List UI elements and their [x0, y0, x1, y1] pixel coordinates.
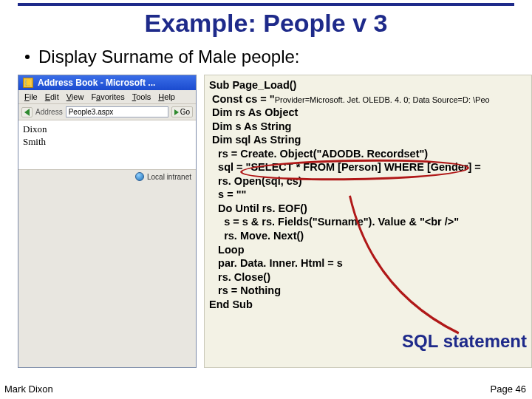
code-l04: Dim s As String — [209, 120, 291, 132]
code-l07: sql = "SELECT * FROM [Person] WHERE [Gen… — [209, 161, 481, 173]
browser-addressbar: Address People3.aspx Go — [18, 104, 196, 120]
bullet-dot-icon — [25, 55, 30, 59]
slide-title: Example: People v 3 — [0, 6, 532, 42]
code-l01: Sub Page_Load() — [209, 79, 296, 91]
footer-page: Page 46 — [491, 383, 526, 395]
menu-file[interactable]: FFileile — [21, 92, 41, 102]
bullet-row: Display Surname of Male people: — [0, 42, 532, 75]
bullet-text: Display Surname of Male people: — [38, 47, 300, 67]
code-l15: rs. Close() — [209, 271, 270, 283]
footer-author: Mark Dixon — [4, 383, 53, 395]
code-l09: s = "" — [209, 188, 246, 200]
code-l03: Dim rs As Object — [209, 106, 298, 118]
code-l13: Loop — [209, 244, 245, 256]
browser-menubar: FFileile Edit View Favorites Tools Help — [18, 90, 196, 104]
code-l16: rs = Nothing — [209, 284, 281, 296]
go-label: Go — [180, 108, 190, 116]
menu-view[interactable]: View — [64, 92, 87, 102]
content-row: 📒 Address Book - Microsoft ... FFileile … — [0, 75, 532, 368]
code-l10: Do Until rs. EOF() — [209, 202, 307, 214]
code-l06: rs = Create. Object("ADODB. Recordset") — [209, 148, 428, 160]
code-l17: End Sub — [209, 299, 253, 310]
browser-window: 📒 Address Book - Microsoft ... FFileile … — [18, 75, 197, 368]
code-l14: par. Data. Inner. Html = s — [209, 257, 343, 269]
browser-body: Dixon Smith — [18, 120, 196, 169]
browser-title-text: Address Book - Microsoft ... — [38, 78, 155, 88]
code-l02a: Const cs = " — [209, 93, 275, 105]
book-icon: 📒 — [23, 78, 33, 88]
address-label: Address — [35, 108, 63, 116]
arrow-right-icon — [174, 109, 179, 115]
code-l02b: Provider=Microsoft. Jet. OLEDB. 4. 0; Da… — [275, 95, 490, 104]
code-l05: Dim sql As String — [209, 134, 301, 146]
slide-footer: Mark Dixon Page 46 — [4, 383, 526, 395]
menu-favorites[interactable]: Favorites — [88, 92, 127, 102]
status-text: Local intranet — [147, 173, 191, 181]
code-l12: rs. Move. Next() — [209, 230, 304, 242]
menu-tools[interactable]: Tools — [129, 92, 154, 102]
callout-label: SQL statement — [402, 330, 527, 353]
menu-edit[interactable]: Edit — [42, 92, 62, 102]
code-l08: rs. Open(sql, cs) — [209, 175, 302, 187]
menu-help[interactable]: Help — [155, 92, 178, 102]
address-input[interactable]: People3.aspx — [66, 106, 168, 117]
code-l11: s = s & rs. Fields("Surname"). Value & "… — [209, 216, 459, 228]
result-line-1: Dixon — [23, 123, 191, 136]
back-button[interactable] — [21, 107, 33, 117]
globe-icon — [135, 172, 144, 181]
arrow-left-icon — [24, 109, 30, 116]
result-line-2: Smith — [23, 136, 191, 149]
browser-statusbar: Local intranet — [18, 169, 196, 183]
code-box: Sub Page_Load() Const cs = "Provider=Mic… — [204, 75, 532, 368]
browser-titlebar: 📒 Address Book - Microsoft ... — [18, 75, 196, 90]
go-button[interactable]: Go — [171, 106, 193, 117]
